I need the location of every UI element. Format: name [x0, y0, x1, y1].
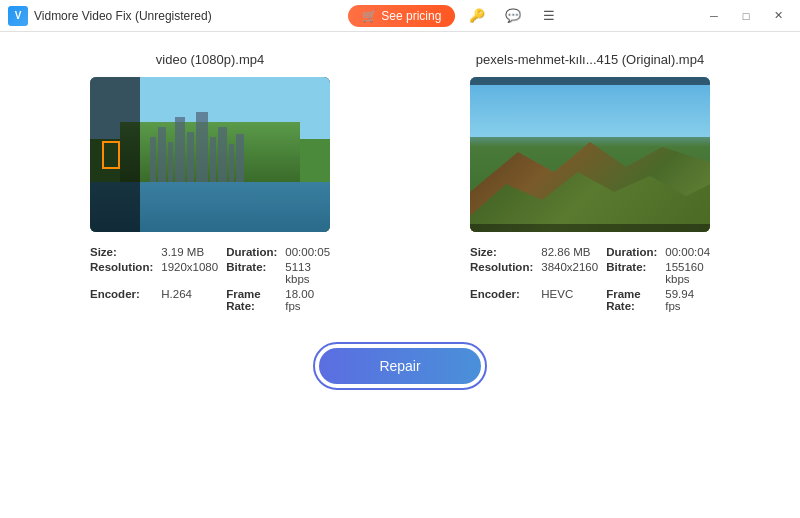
left-resolution-label: Resolution: [90, 261, 153, 285]
left-size-label: Size: [90, 246, 153, 258]
left-encoder-label: Encoder: [90, 288, 153, 312]
right-duration-value: 00:00:04 [665, 246, 710, 258]
close-icon: ✕ [774, 9, 783, 22]
right-size-label: Size: [470, 246, 533, 258]
right-bitrate-label: Bitrate: [606, 261, 657, 285]
left-duration-label: Duration: [226, 246, 277, 258]
right-video-title: pexels-mehmet-kılı...415 (Original).mp4 [476, 52, 704, 67]
maximize-icon: □ [743, 10, 750, 22]
titlebar-center: 🛒 See pricing 🔑 💬 ☰ [348, 2, 563, 30]
right-encoder-label: Encoder: [470, 288, 533, 312]
left-resolution-value: 1920x1080 [161, 261, 218, 285]
menu-icon: ☰ [543, 8, 555, 23]
building [236, 134, 244, 182]
minimize-icon: ─ [710, 10, 718, 22]
repair-button[interactable]: Repair [319, 348, 480, 384]
left-duration-value: 00:00:05 [285, 246, 330, 258]
videos-row: video (1080p).mp4 [40, 52, 760, 312]
window-controls: ─ □ ✕ [700, 2, 792, 30]
orange-square [102, 141, 120, 169]
key-icon-button[interactable]: 🔑 [463, 2, 491, 30]
key-icon: 🔑 [469, 8, 485, 23]
left-bitrate-value: 5113 kbps [285, 261, 330, 285]
left-size-value: 3.19 MB [161, 246, 218, 258]
building [218, 127, 227, 182]
right-video-panel: pexels-mehmet-kılı...415 (Original).mp4 … [430, 52, 750, 312]
left-video-info: Size: 3.19 MB Duration: 00:00:05 Resolut… [90, 246, 330, 312]
close-button[interactable]: ✕ [764, 2, 792, 30]
right-framerate-label: Frame Rate: [606, 288, 657, 312]
left-video-title: video (1080p).mp4 [156, 52, 264, 67]
right-resolution-value: 3840x2160 [541, 261, 598, 285]
building [210, 137, 216, 182]
repair-area: Repair [313, 342, 486, 390]
building [168, 142, 173, 182]
city-skyline [150, 112, 320, 182]
building [229, 144, 234, 182]
left-framerate-label: Frame Rate: [226, 288, 277, 312]
right-size-value: 82.86 MB [541, 246, 598, 258]
maximize-button[interactable]: □ [732, 2, 760, 30]
left-video-panel: video (1080p).mp4 [50, 52, 370, 312]
right-encoder-value: HEVC [541, 288, 598, 312]
right-video-info: Size: 82.86 MB Duration: 00:00:04 Resolu… [470, 246, 710, 312]
right-bitrate-value: 155160 kbps [665, 261, 710, 285]
sky-bg [470, 77, 710, 137]
building [175, 117, 185, 182]
dark-bottom-bar [470, 224, 710, 232]
building [158, 127, 166, 182]
pricing-label: See pricing [381, 9, 441, 23]
cart-icon: 🛒 [362, 9, 377, 23]
app-title: Vidmore Video Fix (Unregistered) [34, 9, 212, 23]
left-bitrate-label: Bitrate: [226, 261, 277, 285]
building [187, 132, 194, 182]
titlebar-left: V Vidmore Video Fix (Unregistered) [8, 6, 212, 26]
left-thumb-bg [90, 77, 330, 232]
chat-icon-button[interactable]: 💬 [499, 2, 527, 30]
building [150, 137, 156, 182]
right-thumb-bg [470, 77, 710, 232]
main-content: video (1080p).mp4 [0, 32, 800, 518]
building [196, 112, 208, 182]
menu-icon-button[interactable]: ☰ [535, 2, 563, 30]
repair-btn-wrapper: Repair [313, 342, 486, 390]
right-duration-label: Duration: [606, 246, 657, 258]
right-resolution-label: Resolution: [470, 261, 533, 285]
pricing-button[interactable]: 🛒 See pricing [348, 5, 455, 27]
left-video-thumbnail [90, 77, 330, 232]
left-encoder-value: H.264 [161, 288, 218, 312]
dark-top-bar [470, 77, 710, 85]
app-logo: V [8, 6, 28, 26]
right-video-thumbnail [470, 77, 710, 232]
minimize-button[interactable]: ─ [700, 2, 728, 30]
titlebar: V Vidmore Video Fix (Unregistered) 🛒 See… [0, 0, 800, 32]
chat-icon: 💬 [505, 8, 521, 23]
right-framerate-value: 59.94 fps [665, 288, 710, 312]
left-framerate-value: 18.00 fps [285, 288, 330, 312]
